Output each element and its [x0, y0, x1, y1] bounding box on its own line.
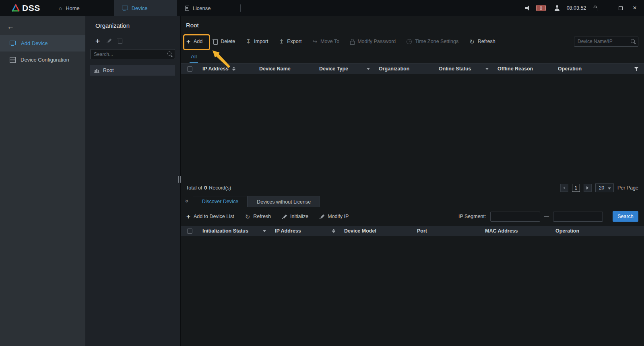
- move-to-button[interactable]: ↪ Move To: [312, 39, 339, 44]
- tree-node-root[interactable]: Root: [90, 65, 175, 76]
- next-page-icon: [586, 186, 588, 189]
- column-port[interactable]: Port: [413, 226, 481, 236]
- minimize-button[interactable]: –: [602, 3, 611, 13]
- select-all-checkbox[interactable]: [187, 229, 192, 234]
- organization-search-input[interactable]: [90, 49, 175, 59]
- delete-organization-icon[interactable]: [118, 39, 122, 44]
- maximize-icon: [619, 6, 623, 10]
- import-button-label: Import: [254, 39, 268, 44]
- initialize-icon: [282, 214, 287, 219]
- device-table-body: [181, 74, 644, 181]
- edit-organization-icon[interactable]: [106, 38, 111, 43]
- import-icon: ↧: [246, 39, 251, 44]
- tab-home[interactable]: ⌂ Home: [51, 0, 114, 16]
- add-organization-icon[interactable]: +: [95, 37, 100, 45]
- dropdown-caret-icon[interactable]: [367, 68, 370, 70]
- column-label: IP Address: [275, 228, 301, 234]
- discover-refresh-button[interactable]: ↻ Refresh: [245, 214, 271, 220]
- column-operation[interactable]: Operation: [554, 64, 644, 74]
- discover-tabbar: » Discover Device Devices without Licens…: [181, 195, 644, 207]
- modify-password-button[interactable]: Modify Password: [350, 39, 396, 44]
- device-search-input[interactable]: [574, 37, 638, 47]
- column-label: Organization: [379, 66, 409, 72]
- column-device-name[interactable]: Device Name: [255, 64, 315, 74]
- sidebar-item-add-device[interactable]: Add Device: [0, 35, 85, 51]
- modify-ip-button[interactable]: Modify IP: [319, 214, 349, 219]
- next-page-button[interactable]: [584, 184, 592, 192]
- column-device-type[interactable]: Device Type: [315, 64, 375, 74]
- app-window: DSS ⌂ Home Device License 0 08:03:52 –: [0, 0, 644, 346]
- page-size-select[interactable]: 20: [595, 183, 614, 192]
- export-button[interactable]: ↥ Export: [279, 39, 302, 44]
- column-label: Device Model: [344, 228, 376, 234]
- range-separator: —: [544, 214, 549, 219]
- refresh-button[interactable]: ↻ Refresh: [469, 39, 495, 45]
- modify-password-button-label: Modify Password: [357, 39, 396, 44]
- tab-home-label: Home: [66, 5, 80, 11]
- sort-icon[interactable]: [332, 229, 335, 233]
- sort-icon[interactable]: [232, 67, 235, 71]
- maximize-button[interactable]: [616, 3, 625, 13]
- back-button[interactable]: ←: [7, 21, 17, 32]
- column-initialization-status[interactable]: Initialization Status: [198, 226, 271, 236]
- speaker-icon[interactable]: [525, 6, 531, 11]
- tab-license[interactable]: License: [177, 0, 240, 16]
- add-button[interactable]: + Add: [186, 38, 202, 45]
- time-zone-settings-button[interactable]: Time Zone Settings: [407, 39, 458, 44]
- dropdown-caret-icon[interactable]: [485, 68, 489, 70]
- tab-discover-device[interactable]: Discover Device: [193, 196, 248, 207]
- panel-resize-handle[interactable]: [178, 176, 181, 183]
- organization-actions: +: [85, 29, 180, 44]
- column-mac-address[interactable]: MAC Address: [481, 226, 551, 236]
- column-organization[interactable]: Organization: [375, 64, 435, 74]
- tab-device[interactable]: Device: [114, 0, 177, 16]
- previous-page-icon: [563, 186, 565, 189]
- delete-button-label: Delete: [221, 39, 235, 44]
- close-button[interactable]: ×: [630, 3, 639, 13]
- search-button[interactable]: Search: [613, 211, 638, 222]
- filter-icon[interactable]: [634, 66, 639, 72]
- tab-label: Devices without License: [257, 199, 311, 205]
- column-device-model[interactable]: Device Model: [340, 226, 413, 236]
- column-ip-address[interactable]: IP Address: [198, 64, 255, 74]
- organization-panel: Organization + Root: [85, 16, 181, 346]
- search-icon[interactable]: [167, 51, 173, 57]
- total-count: 0: [204, 185, 207, 191]
- license-icon: [185, 6, 189, 11]
- collapse-chevrons-icon[interactable]: »: [184, 200, 190, 203]
- delete-button[interactable]: Delete: [213, 39, 235, 45]
- column-operation[interactable]: Operation: [551, 226, 644, 236]
- column-offline-reason[interactable]: Offline Reason: [493, 64, 554, 74]
- organization-tree: Root: [85, 65, 180, 76]
- current-page[interactable]: 1: [572, 184, 580, 192]
- initialize-button[interactable]: Initialize: [282, 214, 308, 219]
- add-button-label: Add: [194, 39, 202, 44]
- add-to-device-list-button[interactable]: + Add to Device List: [186, 213, 234, 220]
- device-list-footer: Total of 0 Record(s) 1 20 Per Page: [181, 181, 644, 195]
- column-label: Port: [417, 228, 427, 234]
- column-label: Initialization Status: [202, 228, 248, 234]
- select-all-checkbox[interactable]: [187, 66, 192, 72]
- lock-icon[interactable]: [593, 6, 597, 11]
- plus-icon: +: [186, 213, 190, 220]
- page-size-value: 20: [599, 185, 604, 191]
- discover-table-header: Initialization Status IP Address Device …: [181, 226, 644, 236]
- system-clock: 08:03:52: [565, 5, 588, 11]
- user-icon[interactable]: [554, 5, 560, 11]
- pagination: 1 20 Per Page: [560, 183, 638, 192]
- dropdown-caret-icon: [608, 187, 611, 189]
- previous-page-button[interactable]: [560, 184, 568, 192]
- ip-segment-group: IP Segment: — Search: [458, 211, 638, 222]
- sidebar-item-label: Device Configuration: [21, 57, 69, 63]
- column-ip-address[interactable]: IP Address: [271, 226, 340, 236]
- tab-all[interactable]: All: [190, 54, 198, 63]
- ip-segment-end-input[interactable]: [553, 212, 603, 222]
- search-icon[interactable]: [630, 39, 636, 44]
- sidebar-item-label: Add Device: [21, 40, 47, 46]
- ip-segment-start-input[interactable]: [490, 212, 540, 222]
- tab-devices-without-license[interactable]: Devices without License: [248, 196, 320, 207]
- import-button[interactable]: ↧ Import: [246, 39, 268, 44]
- dropdown-caret-icon[interactable]: [263, 230, 266, 232]
- sidebar-item-device-configuration[interactable]: Device Configuration: [0, 51, 85, 68]
- column-online-status[interactable]: Online Status: [435, 64, 493, 74]
